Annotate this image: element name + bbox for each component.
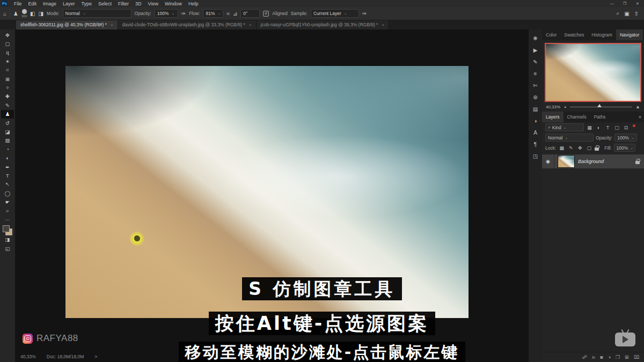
- home-icon[interactable]: ⌂: [3, 11, 6, 17]
- menu-item-select[interactable]: Select: [95, 1, 115, 6]
- minimize-button[interactable]: —: [605, 0, 618, 7]
- blend-mode-dropdown[interactable]: Normal: [545, 134, 594, 142]
- brush-preset-picker[interactable]: 300: [21, 9, 27, 18]
- layer-filter-dropdown[interactable]: ⌕ Kind: [545, 123, 584, 131]
- document-tab-jcob-nasyr[interactable]: jcob-nasyr-uGPBqf1Yh0-unsplash.jpg @ 39,…: [257, 20, 390, 29]
- tab-layers[interactable]: Layers: [542, 112, 564, 122]
- fill-dropdown[interactable]: 100%: [614, 144, 635, 152]
- sample-pressure-icon[interactable]: ✑: [362, 11, 367, 17]
- tab-histogram[interactable]: Histogram: [588, 29, 616, 40]
- clone-source-panel-icon[interactable]: ≡: [529, 68, 542, 79]
- document-tab-david-clode[interactable]: david-clode-TOsb-s9BnW8-unsplash.jpg @ 3…: [118, 20, 257, 29]
- restore-button[interactable]: ❐: [618, 0, 631, 7]
- navigator-zoom-slider[interactable]: [570, 107, 632, 107]
- lock-artboard-icon[interactable]: ▢: [586, 145, 592, 151]
- pressure-opacity-icon[interactable]: ✑: [181, 11, 186, 17]
- toggle-clone-source-icon[interactable]: ◨: [38, 11, 43, 17]
- screen-mode-icon[interactable]: ◱: [1, 244, 14, 253]
- menu-item-image[interactable]: Image: [40, 1, 60, 6]
- tab-color[interactable]: Color: [542, 29, 560, 40]
- lock-image-pixels-icon[interactable]: ✎: [567, 145, 574, 151]
- menu-item-edit[interactable]: Edit: [25, 1, 40, 6]
- share-icon[interactable]: ⇧: [634, 11, 639, 17]
- opacity-dropdown[interactable]: 100%: [155, 9, 178, 18]
- workspace-switcher-icon[interactable]: ▣: [624, 11, 629, 17]
- eraser-tool[interactable]: ◪: [1, 127, 14, 136]
- layer-locked-icon[interactable]: [635, 161, 640, 164]
- adjustments-panel-icon[interactable]: ◑: [529, 115, 542, 127]
- menu-item-3d[interactable]: 3D: [132, 1, 145, 6]
- frame-tool[interactable]: ⊞: [1, 75, 14, 83]
- lock-transparent-pixels-icon[interactable]: ▩: [558, 145, 565, 151]
- zoom-out-icon[interactable]: ▲: [564, 105, 567, 108]
- eyedropper-tool[interactable]: ✧: [1, 83, 14, 92]
- move-tool[interactable]: ✥: [1, 31, 14, 39]
- smart-object-filter-icon[interactable]: ⊡: [623, 125, 630, 130]
- navigator-proxy-preview[interactable]: [545, 43, 641, 102]
- blur-tool[interactable]: ◔: [1, 145, 14, 153]
- zoom-slider-thumb[interactable]: [597, 104, 602, 107]
- brush-tool[interactable]: ✎: [1, 101, 14, 109]
- clone-stamp-tool[interactable]: ♟: [1, 110, 14, 119]
- edit-toolbar-icon[interactable]: ⋯: [1, 215, 14, 224]
- styles-panel-icon[interactable]: ⊛: [529, 91, 542, 103]
- paragraph-panel-icon[interactable]: ¶: [529, 138, 542, 150]
- type-tool[interactable]: T: [1, 171, 14, 180]
- filter-toggle-icon[interactable]: [633, 124, 635, 127]
- color-swatches[interactable]: [2, 225, 13, 235]
- libraries-panel-icon[interactable]: ✄: [529, 79, 542, 91]
- quick-mask-icon[interactable]: ◨: [1, 235, 14, 244]
- history-brush-tool[interactable]: ↺: [1, 119, 14, 127]
- gradient-tool[interactable]: ▧: [1, 136, 14, 145]
- flow-dropdown[interactable]: 81%: [203, 9, 223, 18]
- close-tab-icon[interactable]: ×: [382, 23, 384, 27]
- adjustment-layer-filter-icon[interactable]: ◐: [595, 125, 602, 130]
- properties-panel-icon[interactable]: ◳: [529, 150, 542, 162]
- airbrush-icon[interactable]: ≈: [226, 11, 230, 17]
- zoom-in-icon[interactable]: ▲: [635, 104, 640, 109]
- pixel-layer-filter-icon[interactable]: ▦: [586, 125, 593, 130]
- brush-settings-panel-icon[interactable]: ✎: [529, 56, 542, 68]
- hand-tool[interactable]: ☛: [1, 197, 14, 206]
- sample-dropdown[interactable]: Current Layer: [311, 9, 359, 18]
- layer-opacity-dropdown[interactable]: 100%: [614, 134, 637, 142]
- menu-item-window[interactable]: Window: [162, 1, 185, 6]
- brush-angle-field[interactable]: 0°: [240, 9, 260, 18]
- marquee-tool[interactable]: ▢: [1, 39, 14, 48]
- lock-position-icon[interactable]: ✥: [576, 145, 583, 151]
- aligned-checkbox[interactable]: ✓: [263, 11, 269, 17]
- document-tab-shellfish[interactable]: shellfish-3062011.jpg @ 40,3% (RGB/8#) *…: [16, 20, 118, 29]
- tab-swatches[interactable]: Swatches: [560, 29, 588, 40]
- layer-row-background[interactable]: ◉ Background: [542, 154, 644, 168]
- info-panel-icon[interactable]: ▤: [529, 103, 542, 115]
- tab-paths[interactable]: Paths: [590, 112, 609, 122]
- type-layer-filter-icon[interactable]: T: [604, 125, 611, 130]
- menu-item-type[interactable]: Type: [78, 1, 96, 6]
- layer-thumbnail[interactable]: [558, 156, 574, 167]
- mode-dropdown[interactable]: Normal: [63, 9, 131, 18]
- foreground-color-swatch[interactable]: [3, 225, 10, 232]
- search-icon[interactable]: ⌕: [617, 10, 620, 17]
- menu-item-help[interactable]: Help: [185, 1, 202, 6]
- lock-all-icon[interactable]: [595, 147, 599, 151]
- menu-item-file[interactable]: File: [11, 1, 25, 6]
- close-tab-icon[interactable]: ×: [249, 23, 252, 27]
- shape-layer-filter-icon[interactable]: ▢: [613, 125, 620, 130]
- close-tab-icon[interactable]: ×: [111, 23, 113, 27]
- tab-channels[interactable]: Channels: [564, 112, 590, 122]
- character-panel-icon[interactable]: A: [529, 127, 542, 138]
- panel-menu-icon[interactable]: ≡: [636, 112, 644, 122]
- toggle-brush-settings-icon[interactable]: ◧: [30, 11, 35, 17]
- healing-brush-tool[interactable]: ✚: [1, 92, 14, 101]
- navigator-zoom-value[interactable]: 40,33%: [546, 105, 560, 109]
- clone-stamp-preset-icon[interactable]: ♟: [13, 11, 18, 17]
- path-selection-tool[interactable]: ↖: [1, 180, 14, 189]
- crop-tool[interactable]: ⌗: [1, 66, 14, 75]
- object-selection-tool[interactable]: ✶: [1, 57, 14, 65]
- tab-navigator[interactable]: Navigator: [616, 29, 643, 40]
- layer-name[interactable]: Background: [578, 159, 635, 164]
- layer-visibility-eye-icon[interactable]: ◉: [542, 154, 554, 168]
- shape-tool[interactable]: ◯: [1, 189, 14, 197]
- menu-item-view[interactable]: View: [145, 1, 162, 6]
- zoom-tool[interactable]: ⌕: [1, 206, 14, 215]
